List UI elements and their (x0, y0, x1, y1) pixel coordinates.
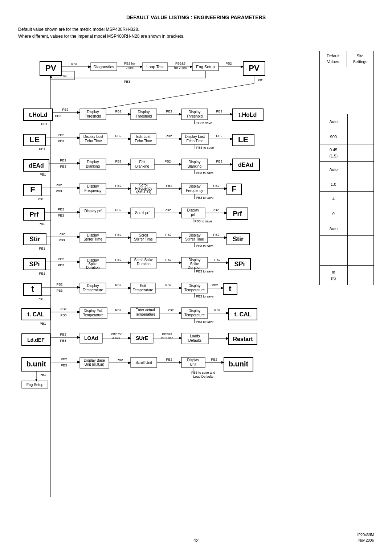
svg-text:PB3 to save: PB3 to save (196, 270, 214, 273)
svg-text:Display prf: Display prf (84, 209, 101, 213)
svg-text:PB2: PB2 (115, 208, 121, 212)
svg-text:dEAd: dEAd (29, 163, 44, 169)
svg-text:PB1: PB1 (40, 322, 46, 325)
svg-text:Frequency: Frequency (84, 189, 101, 193)
svg-text:PB3: PB3 (56, 189, 62, 193)
svg-text:PB2: PB2 (214, 308, 220, 312)
svg-text:PB2: PB2 (115, 184, 121, 188)
svg-text:PB2: PB2 (165, 283, 171, 287)
svg-text:PB3: PB3 (55, 114, 61, 118)
svg-text:PB2: PB2 (56, 283, 62, 286)
svg-text:Restart: Restart (233, 336, 253, 342)
svg-text:PB3 to save: PB3 to save (196, 196, 214, 200)
svg-text:Temperature: Temperature (83, 288, 103, 292)
dead-site (348, 144, 374, 161)
svg-text:Stirrer Time: Stirrer Time (134, 237, 153, 241)
svg-text:PB3: PB3 (60, 74, 66, 78)
svg-text:t. CAL: t. CAL (234, 311, 251, 317)
svg-text:Eng Setup: Eng Setup (196, 65, 215, 69)
svg-text:PB1: PB1 (41, 122, 47, 126)
svg-text:PB3 to save: PB3 to save (196, 171, 214, 175)
svg-text:PB2: PB2 (115, 283, 121, 287)
svg-text:Edit Lost: Edit Lost (136, 135, 151, 139)
subtitle: Default value shown are for the metric m… (18, 26, 374, 40)
svg-text:Display Ext.: Display Ext. (84, 309, 103, 313)
svg-text:PB1: PB1 (37, 197, 44, 201)
right-panel: DefaultValues SiteSettings Auto 900 0.45… (319, 51, 374, 516)
svg-text:PB1: PB1 (39, 247, 45, 250)
svg-text:PV: PV (249, 63, 260, 73)
svg-text:prf: prf (191, 213, 195, 217)
svg-text:Stirrer Time: Stirrer Time (83, 237, 102, 241)
svg-text:PB1: PB1 (38, 222, 45, 226)
svg-text:Scroll prf: Scroll prf (135, 211, 150, 215)
f-default: Auto (320, 162, 348, 177)
svg-text:PB3: PB3 (58, 139, 64, 143)
svg-text:PB2: PB2 (214, 258, 220, 262)
svg-text:PB2: PB2 (216, 134, 222, 138)
svg-text:Threshold: Threshold (85, 114, 101, 118)
svg-text:PB3: PB3 (60, 165, 66, 168)
stir-default: 4 (320, 192, 348, 206)
svg-text:Temperature: Temperature (133, 288, 154, 292)
svg-text:F: F (232, 184, 236, 193)
svg-text:Loads: Loads (190, 334, 200, 338)
row-dead: 0.45(1.5) (319, 144, 374, 162)
svg-text:PB3: PB3 (60, 313, 66, 317)
svg-text:PB2: PB2 (60, 159, 66, 162)
le-default: 900 (320, 129, 348, 144)
svg-text:Display Base: Display Base (84, 358, 105, 362)
svg-text:PB2: PB2 (164, 208, 171, 212)
bunit-site (348, 266, 374, 285)
svg-text:PB3 to save: PB3 to save (196, 320, 214, 324)
svg-text:(&AUTO): (&AUTO) (136, 190, 151, 194)
svg-text:PB1: PB1 (37, 297, 44, 301)
svg-text:b.unit: b.unit (26, 360, 46, 368)
svg-text:PB2: PB2 (115, 233, 121, 237)
thold-default: Auto (320, 114, 348, 129)
svg-text:PB2: PB2 (165, 258, 171, 262)
svg-text:Prf: Prf (233, 210, 242, 217)
svg-text:PB2&3: PB2&3 (175, 62, 185, 65)
svg-text:Stir: Stir (233, 235, 244, 243)
svg-text:Display: Display (138, 110, 150, 114)
f-site (348, 162, 374, 177)
svg-text:Defaults: Defaults (188, 338, 202, 342)
svg-text:PB3: PB3 (124, 80, 130, 83)
svg-text:Display: Display (189, 258, 201, 262)
svg-text:Display: Display (187, 358, 199, 362)
svg-text:PB2: PB2 (115, 308, 121, 312)
svg-text:PB2: PB2 (60, 333, 66, 336)
svg-text:PB3 to save: PB3 to save (196, 295, 214, 298)
svg-text:PB2: PB2 (225, 62, 232, 65)
dead-default: 0.45(1.5) (320, 144, 348, 161)
spi-site (348, 206, 374, 221)
svg-text:Temperature: Temperature (83, 313, 104, 317)
svg-text:PB2: PB2 (166, 134, 172, 138)
svg-line-31 (91, 83, 254, 111)
svg-text:Duration: Duration (86, 266, 100, 270)
svg-text:Display: Display (187, 208, 199, 212)
prf-default: 1.0 (320, 177, 348, 191)
svg-text:Ld.dEF: Ld.dEF (27, 337, 45, 343)
svg-text:Blanking: Blanking (188, 164, 201, 168)
site-settings-header: SiteSettings (347, 51, 374, 67)
svg-text:PB3: PB3 (60, 339, 66, 342)
svg-text:PB3 to save: PB3 to save (196, 146, 214, 149)
svg-text:PB3 to save: PB3 to save (195, 219, 212, 223)
svg-text:PB3 to save: PB3 to save (196, 244, 214, 248)
svg-text:Display: Display (189, 160, 201, 164)
row-thold: Auto (319, 114, 374, 129)
svg-text:PB2 for: PB2 for (111, 332, 122, 336)
svg-text:PB2: PB2 (115, 134, 121, 138)
svg-text:PB2 for: PB2 for (124, 62, 135, 65)
svg-text:Display: Display (87, 233, 99, 237)
svg-text:Echo Time: Echo Time (85, 139, 102, 143)
svg-text:Display: Display (87, 160, 99, 164)
thold-site (348, 114, 374, 129)
svg-text:Stirrer Time: Stirrer Time (185, 237, 204, 241)
svg-text:PB3: PB3 (58, 263, 64, 267)
svg-text:PB3: PB3 (56, 289, 62, 292)
svg-text:PB2: PB2 (212, 283, 218, 287)
row-lddEF: - (319, 251, 374, 266)
